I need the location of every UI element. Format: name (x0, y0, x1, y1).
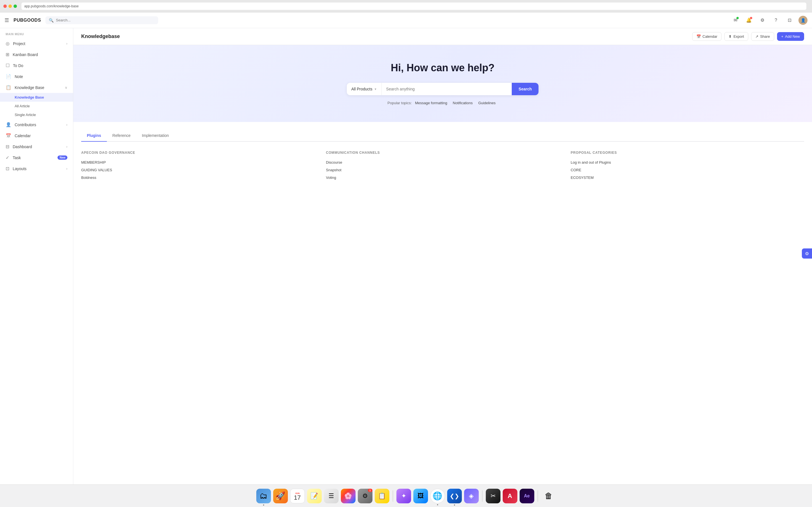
category-proposal-header: PROPOSAL CATEGORIES (571, 151, 804, 155)
dock-system-prefs[interactable]: ⚙ 1 (358, 489, 372, 503)
category-item-snapshot[interactable]: Snapshot (326, 166, 559, 174)
help-icon[interactable]: ? (771, 16, 780, 25)
sidebar-item-note[interactable]: 📄 Note (0, 71, 73, 82)
calendar-button[interactable]: 📅 Calendar (692, 32, 722, 41)
dock-notes[interactable]: 📝 (307, 489, 322, 503)
task-badge: New (57, 156, 67, 160)
dock-dash-app[interactable]: ◈ (464, 489, 479, 503)
sidebar-item-layouts[interactable]: ⊡ Layouts › (0, 163, 73, 174)
topic-notifications[interactable]: Notifications (453, 101, 473, 105)
nav-icons: ✉ 🔔 ⚙ ? ⊡ 👤 (731, 16, 808, 25)
tab-implementation[interactable]: Implementation (136, 130, 174, 142)
category-communication: COMMUNICATION CHANNELS Discourse Snapsho… (326, 151, 559, 181)
sidebar-label-kanban: Kanban Board (13, 52, 38, 57)
product-select[interactable]: All Products ▼ (347, 83, 382, 95)
share-button[interactable]: ↗ Share (751, 32, 774, 41)
sidebar-item-knowledge-base[interactable]: 📋 Knowledge Base ∨ (0, 82, 73, 93)
share-btn-label: Share (760, 34, 770, 39)
maximize-button[interactable] (13, 4, 17, 8)
minimize-button[interactable] (8, 4, 12, 8)
sidebar-sub-label-single-article: Single Article (15, 113, 36, 117)
floating-settings-button[interactable]: ⚙ (802, 248, 812, 259)
layouts-icon: ⊡ (6, 166, 9, 171)
category-item-voting[interactable]: Voting (326, 174, 559, 181)
top-nav: ☰ PUBGOODS 🔍 ✉ 🔔 ⚙ ? ⊡ 👤 (0, 12, 812, 28)
page-title: Knowledgebase (81, 34, 120, 40)
dock-fcpx[interactable]: ✂ (486, 489, 500, 503)
mail-icon[interactable]: ✉ (731, 16, 740, 25)
dock-launchpad[interactable]: 🚀 (273, 489, 288, 503)
categories-grid: APECOIN DAO GOVERNANCE MEMBERSHIP GUIDIN… (81, 151, 804, 181)
search-bar: All Products ▼ Search (347, 83, 539, 95)
window-icon[interactable]: ⊡ (785, 16, 794, 25)
dock-trash[interactable]: 🗑 (541, 489, 556, 503)
bell-icon[interactable]: 🔔 (744, 16, 753, 25)
sidebar-item-todo[interactable]: ☐ To Do (0, 60, 73, 71)
dock-calendar[interactable]: JUN 17 (290, 489, 305, 503)
url-bar[interactable]: app.pubgoods.com/knowledge-base (21, 3, 806, 10)
system-prefs-icon: ⚙ (362, 492, 368, 500)
category-item-boldness[interactable]: Boldness (81, 174, 315, 181)
sidebar-item-dashboard[interactable]: ⊟ Dashboard › (0, 141, 73, 152)
hero-search-button[interactable]: Search (512, 83, 539, 95)
dock-finder[interactable]: 🗂 (256, 489, 271, 503)
dock-preview[interactable]: 🖼 (413, 489, 428, 503)
dock-stickies[interactable]: 📋 (375, 489, 389, 503)
sidebar-item-contributors[interactable]: 👤 Contributors › (0, 119, 73, 130)
sidebar-sub-item-knowledge-base[interactable]: Knowledge Base (0, 93, 73, 102)
add-new-button[interactable]: + Add New (777, 32, 804, 41)
contributors-chevron-icon: › (66, 123, 67, 127)
avatar[interactable]: 👤 (799, 16, 808, 25)
sidebar-item-kanban[interactable]: ⊞ Kanban Board (0, 49, 73, 60)
dock-reminders[interactable]: ☰ (324, 489, 339, 503)
launchpad-icon: 🚀 (275, 491, 285, 501)
sidebar-sub-item-single-article[interactable]: Single Article (0, 110, 73, 119)
app-logo: PUBGOODS (13, 18, 41, 23)
dock-ae[interactable]: Ae (520, 489, 534, 503)
sidebar-item-project[interactable]: ◎ Project › (0, 38, 73, 49)
dock-photos[interactable]: 🌸 (341, 489, 356, 503)
category-item-membership[interactable]: MEMBERSHIP (81, 159, 315, 166)
sidebar-label-todo: To Do (13, 63, 23, 68)
dock-affinity[interactable]: A (503, 489, 517, 503)
dashboard-icon: ⊟ (6, 144, 9, 149)
finder-icon: 🗂 (260, 491, 267, 501)
settings-icon[interactable]: ⚙ (758, 16, 767, 25)
product-select-label: All Products (351, 87, 372, 91)
category-item-login-plugins[interactable]: Log in and out of Plugins (571, 159, 804, 166)
dock-divider-3 (538, 490, 538, 502)
dash-icon: ◈ (469, 492, 474, 500)
calendar-btn-label: Calendar (703, 34, 718, 39)
export-button[interactable]: ⬆ Export (724, 32, 748, 41)
category-item-discourse[interactable]: Discourse (326, 159, 559, 166)
dock-chrome[interactable]: 🌐 (430, 489, 445, 503)
dock-vscode[interactable]: ❮❯ (447, 489, 462, 503)
sidebar-sub-item-all-article[interactable]: All Article (0, 102, 73, 110)
category-item-guiding-values[interactable]: GUIDING VALUES (81, 166, 315, 174)
content-area: Knowledgebase 📅 Calendar ⬆ Export ↗ Shar… (73, 28, 812, 485)
dock-scriptify[interactable]: ✦ (396, 489, 411, 503)
category-item-core[interactable]: CORE (571, 166, 804, 174)
tab-plugins[interactable]: Plugins (81, 130, 107, 142)
topic-guidelines[interactable]: Guidelines (478, 101, 495, 105)
calendar-icon: 📅 (6, 133, 11, 138)
sidebar-label-calendar: Calendar (15, 133, 31, 138)
search-icon: 🔍 (49, 18, 54, 22)
global-search-input[interactable] (56, 18, 155, 22)
sidebar-item-calendar[interactable]: 📅 Calendar (0, 130, 73, 141)
hero-search-input[interactable] (382, 83, 512, 95)
close-button[interactable] (3, 4, 7, 8)
hamburger-icon[interactable]: ☰ (4, 17, 9, 23)
sidebar-item-task[interactable]: ✓ Task New (0, 152, 73, 163)
category-item-ecosystem[interactable]: ECOSYSTEM (571, 174, 804, 181)
preview-icon: 🖼 (417, 492, 424, 500)
global-search[interactable]: 🔍 (45, 16, 158, 24)
photos-icon: 🌸 (344, 492, 352, 500)
topic-message-formatting[interactable]: Message formatting (415, 101, 447, 105)
reminders-icon: ☰ (328, 492, 334, 500)
sidebar-label-note: Note (15, 74, 23, 79)
tab-reference[interactable]: Reference (107, 130, 137, 142)
todo-icon: ☐ (6, 63, 10, 68)
sidebar-label-dashboard: Dashboard (13, 145, 32, 149)
sidebar-sub-label-all-article: All Article (15, 104, 30, 108)
